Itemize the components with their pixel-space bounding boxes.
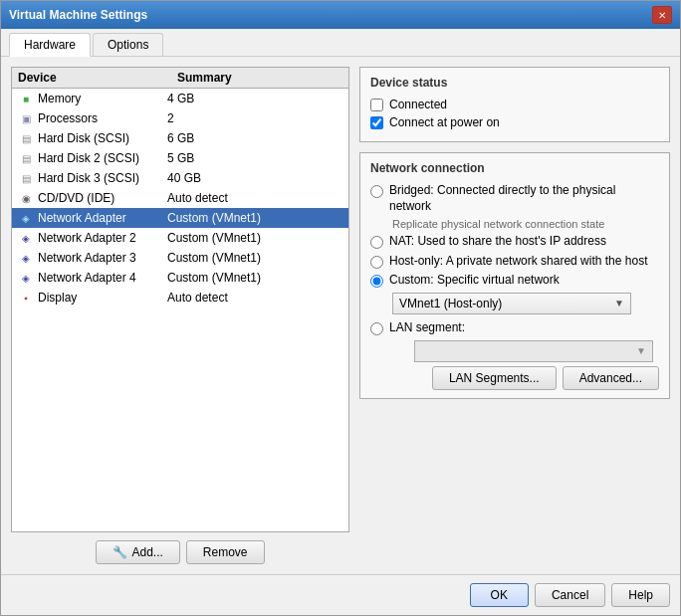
title-bar: Virtual Machine Settings ✕	[1, 1, 680, 29]
device-name: Network Adapter 3	[38, 251, 167, 265]
processor-icon: ▣	[18, 110, 34, 126]
device-summary: 2	[167, 111, 342, 125]
connected-label: Connected	[389, 98, 447, 111]
connect-power-on-row: Connect at power on	[370, 115, 659, 129]
ok-button[interactable]: OK	[470, 583, 529, 607]
custom-radio[interactable]	[370, 275, 383, 288]
custom-dropdown[interactable]: VMnet1 (Host-only) ▼	[392, 293, 631, 314]
custom-label: Custom: Specific virtual network	[389, 273, 659, 289]
device-summary: Auto detect	[167, 191, 342, 205]
device-summary: 6 GB	[167, 131, 342, 145]
right-panel: Device status Connected Connect at power…	[359, 67, 670, 564]
connect-at-power-on-label: Connect at power on	[389, 115, 500, 129]
custom-dropdown-value: VMnet1 (Host-only)	[399, 297, 502, 310]
table-row[interactable]: ▪ Display Auto detect	[12, 288, 348, 308]
bottom-buttons: OK Cancel Help	[1, 574, 680, 615]
cdrom-icon: ◉	[18, 190, 34, 206]
lan-segment-arrow-icon: ▼	[636, 345, 646, 356]
bridged-row: Bridged: Connected directly to the physi…	[370, 183, 659, 214]
remove-label: Remove	[203, 545, 248, 559]
cancel-button[interactable]: Cancel	[535, 583, 605, 607]
host-only-label: Host-only: A private network shared with…	[389, 254, 659, 270]
tab-hardware[interactable]: Hardware	[9, 33, 91, 57]
lan-segments-button[interactable]: LAN Segments...	[432, 366, 557, 390]
network-connection-title: Network connection	[370, 161, 659, 175]
custom-dropdown-row: VMnet1 (Host-only) ▼	[392, 293, 659, 314]
hdd-icon: ▤	[18, 130, 34, 146]
table-row-selected[interactable]: ◈ Network Adapter Custom (VMnet1)	[12, 208, 348, 228]
table-row[interactable]: ▤ Hard Disk 2 (SCSI) 5 GB	[12, 148, 348, 168]
col-device-header: Device	[18, 71, 177, 85]
lan-segments-label: LAN Segments...	[449, 371, 540, 385]
host-only-row: Host-only: A private network shared with…	[370, 254, 659, 270]
add-label: Add...	[131, 545, 162, 559]
content-area: Device Summary ■ Memory 4 GB ▣ Processor…	[1, 57, 680, 574]
table-row[interactable]: ■ Memory 4 GB	[12, 89, 348, 108]
table-row[interactable]: ▤ Hard Disk (SCSI) 6 GB	[12, 128, 348, 148]
device-summary: Auto detect	[167, 291, 342, 305]
bridged-radio[interactable]	[370, 185, 383, 198]
left-panel: Device Summary ■ Memory 4 GB ▣ Processor…	[11, 67, 349, 564]
close-button[interactable]: ✕	[652, 6, 672, 24]
connected-row: Connected	[370, 98, 659, 111]
table-row[interactable]: ◈ Network Adapter 4 Custom (VMnet1)	[12, 268, 348, 288]
advanced-button[interactable]: Advanced...	[563, 366, 659, 390]
add-icon: 🔧	[113, 545, 127, 559]
nic3-icon: ◈	[18, 250, 34, 266]
hdd3-icon: ▤	[18, 170, 34, 186]
device-summary: Custom (VMnet1)	[167, 251, 342, 265]
connected-checkbox[interactable]	[370, 99, 383, 111]
table-header: Device Summary	[12, 68, 348, 89]
device-name: Memory	[38, 92, 167, 105]
bridged-label: Bridged: Connected directly to the physi…	[389, 183, 659, 214]
add-button[interactable]: 🔧 Add...	[96, 540, 179, 564]
nat-radio[interactable]	[370, 236, 383, 249]
device-summary: 4 GB	[167, 92, 342, 105]
device-summary: Custom (VMnet1)	[167, 231, 342, 245]
help-button[interactable]: Help	[611, 583, 670, 607]
device-name: Hard Disk (SCSI)	[38, 131, 167, 145]
display-icon: ▪	[18, 290, 34, 306]
nic1-icon: ◈	[18, 210, 34, 226]
device-status-group: Device status Connected Connect at power…	[359, 67, 670, 142]
left-buttons: 🔧 Add... Remove	[11, 540, 349, 564]
lan-segment-dropdown[interactable]: ▼	[414, 340, 653, 362]
remove-button[interactable]: Remove	[186, 540, 265, 564]
table-row[interactable]: ▣ Processors 2	[12, 108, 348, 128]
window-title: Virtual Machine Settings	[9, 8, 147, 22]
bridged-sublabel: Replicate physical network connection st…	[392, 218, 659, 230]
network-connection-group: Network connection Bridged: Connected di…	[359, 152, 670, 399]
device-summary: 5 GB	[167, 151, 342, 165]
tab-options[interactable]: Options	[93, 33, 163, 56]
memory-icon: ■	[18, 91, 34, 106]
nat-label: NAT: Used to share the host's IP address	[389, 234, 659, 250]
lan-segment-radio[interactable]	[370, 322, 383, 335]
table-row[interactable]: ▤ Hard Disk 3 (SCSI) 40 GB	[12, 168, 348, 188]
device-name: Hard Disk 2 (SCSI)	[38, 151, 167, 165]
title-controls: ✕	[652, 6, 672, 24]
device-name: Hard Disk 3 (SCSI)	[38, 171, 167, 185]
device-summary: 40 GB	[167, 171, 342, 185]
device-status-title: Device status	[370, 76, 659, 90]
tabs-bar: Hardware Options	[1, 29, 680, 57]
device-name: Display	[38, 291, 167, 305]
table-row[interactable]: ◈ Network Adapter 3 Custom (VMnet1)	[12, 248, 348, 268]
nic4-icon: ◈	[18, 270, 34, 286]
lan-segment-dropdown-row: ▼	[392, 340, 659, 362]
device-name: Network Adapter	[38, 211, 167, 225]
table-row[interactable]: ◉ CD/DVD (IDE) Auto detect	[12, 188, 348, 208]
lan-segment-row: LAN segment:	[370, 320, 659, 336]
device-summary: Custom (VMnet1)	[167, 271, 342, 285]
host-only-radio[interactable]	[370, 256, 383, 269]
col-summary-header: Summary	[177, 71, 342, 85]
dropdown-arrow-icon: ▼	[614, 298, 624, 308]
connect-at-power-on-checkbox[interactable]	[370, 116, 383, 129]
device-summary: Custom (VMnet1)	[167, 211, 342, 225]
table-row[interactable]: ◈ Network Adapter 2 Custom (VMnet1)	[12, 228, 348, 248]
action-buttons: LAN Segments... Advanced...	[370, 366, 659, 390]
lan-segment-label: LAN segment:	[389, 320, 659, 336]
custom-row: Custom: Specific virtual network	[370, 273, 659, 289]
device-table: Device Summary ■ Memory 4 GB ▣ Processor…	[11, 67, 349, 532]
device-name: Network Adapter 2	[38, 231, 167, 245]
device-name: Processors	[38, 111, 167, 125]
